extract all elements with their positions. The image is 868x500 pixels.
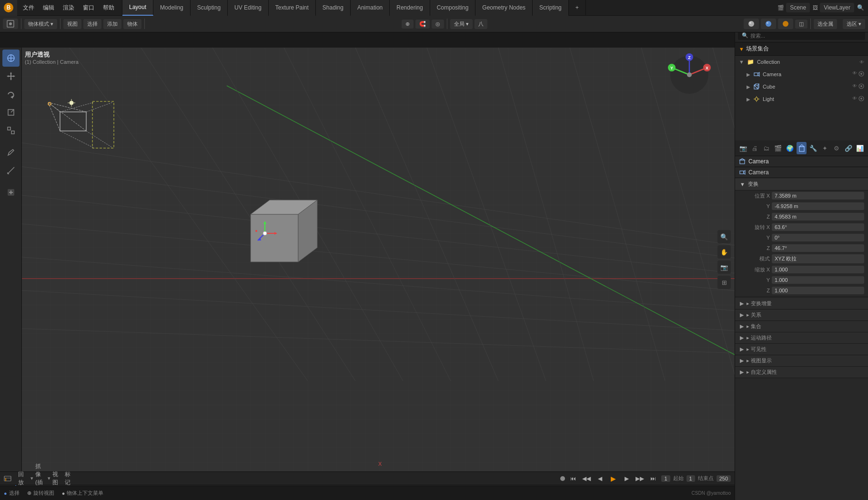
menu-edit[interactable]: 编辑 xyxy=(39,2,58,14)
tab-geometry-nodes[interactable]: Geometry Nodes xyxy=(475,0,533,16)
tab-animation[interactable]: Animation xyxy=(351,0,390,16)
props-world-tab[interactable]: 🌍 xyxy=(785,142,795,154)
props-constraints-tab[interactable]: 🔗 xyxy=(843,142,854,154)
tool-measure[interactable] xyxy=(2,162,20,179)
location-x-val[interactable]: 7.3589 m xyxy=(772,192,864,200)
blender-logo[interactable]: B xyxy=(0,0,17,16)
overlays-btn[interactable]: ◫ xyxy=(795,20,807,29)
proportional-btn[interactable]: ◎ xyxy=(432,20,444,29)
tab-sculpting[interactable]: Sculpting xyxy=(191,0,228,16)
tool-add-cube[interactable] xyxy=(2,184,20,201)
select-mode-btn[interactable]: 选区 ▾ xyxy=(843,19,865,29)
tool-move[interactable] xyxy=(2,68,20,85)
relations-section[interactable]: ▶ ▸ 关系 xyxy=(735,310,868,321)
outline-camera[interactable]: ▶ Camera 👁 xyxy=(735,68,868,80)
props-particles-tab[interactable]: ✦ xyxy=(820,142,830,154)
rotation-y-val[interactable]: 0° xyxy=(772,234,864,241)
props-render-tab[interactable]: 📷 xyxy=(738,142,748,154)
custom-props-section[interactable]: ▶ ▸ 自定义属性 xyxy=(735,367,868,378)
playback-label[interactable]: 回放 xyxy=(18,473,29,484)
select-all-btn[interactable]: 选全属 xyxy=(814,19,837,29)
jump-end-btn[interactable]: ⏭ xyxy=(648,473,658,484)
next-keyframe-btn[interactable]: ▶▶ xyxy=(635,473,645,484)
location-y-val[interactable]: -6.9258 m xyxy=(772,202,864,210)
outline-collection[interactable]: ▼ 📁 Collection 👁 xyxy=(735,56,868,68)
motion-path-section[interactable]: ▶ ▸ 运动路径 xyxy=(735,332,868,344)
play-btn[interactable]: ▶ xyxy=(608,473,618,484)
props-view-layer-tab[interactable]: 🗂 xyxy=(761,142,772,154)
delta-transform-section[interactable]: ▶ ▸ 变换增量 xyxy=(735,298,868,310)
tab-shading[interactable]: Shading xyxy=(316,0,351,16)
props-data-tab[interactable]: 📊 xyxy=(855,142,865,154)
object-menu-btn[interactable]: 物体 xyxy=(123,19,141,29)
camera-render-icon[interactable] xyxy=(858,70,864,78)
tab-uv-editing[interactable]: UV Editing xyxy=(228,0,269,16)
location-z-val[interactable]: 4.9583 m xyxy=(772,213,864,220)
tool-rotate[interactable] xyxy=(2,86,20,103)
select-menu-btn[interactable]: 选择 xyxy=(83,19,101,29)
mode-val[interactable]: XYZ 欧拉 xyxy=(772,254,864,263)
tool-scale[interactable] xyxy=(2,104,20,121)
transform-section-header[interactable]: ▼ 变换 xyxy=(735,178,868,190)
tool-annotate[interactable] xyxy=(2,144,20,161)
num-btn[interactable]: 八 xyxy=(474,19,487,29)
tab-compositing[interactable]: Compositing xyxy=(430,0,476,16)
viewport-3d[interactable]: 用户透视 (1) Collection | Camera X Y Z 🔍 ✋ 📷… xyxy=(22,48,735,471)
start-frame-box[interactable]: 1 xyxy=(686,475,695,482)
prev-keyframe-btn[interactable]: ◀◀ xyxy=(581,473,592,484)
outline-light[interactable]: ▶ Light 👁 xyxy=(735,93,868,105)
timeline-editor-icon[interactable] xyxy=(4,475,11,482)
outline-cube[interactable]: ▶ Cube 👁 xyxy=(735,80,868,93)
tab-layout[interactable]: Layout xyxy=(122,0,153,16)
cube-vis-icon[interactable]: 👁 xyxy=(852,83,857,90)
editor-type-btn[interactable] xyxy=(3,19,18,29)
menu-file[interactable]: 文件 xyxy=(19,2,38,14)
scene-selector[interactable]: Scene xyxy=(786,3,810,12)
jump-start-btn[interactable]: ⏮ xyxy=(568,473,578,484)
add-menu-btn[interactable]: 添加 xyxy=(103,19,121,29)
light-render-icon[interactable] xyxy=(858,96,864,102)
view-menu-btn[interactable]: 视图 xyxy=(63,19,81,29)
search-icon[interactable]: 🔍 xyxy=(857,4,864,11)
pan-icon[interactable]: ✋ xyxy=(717,245,731,259)
end-frame-box[interactable]: 250 xyxy=(717,475,731,482)
visibility-section[interactable]: ▶ ▸ 可见性 xyxy=(735,344,868,355)
camera-vis-icon[interactable]: 👁 xyxy=(852,70,857,78)
viewport-display-section[interactable]: ▶ ▸ 视图显示 xyxy=(735,355,868,367)
snap-btn[interactable]: 🧲 xyxy=(415,20,430,29)
tab-rendering[interactable]: Rendering xyxy=(390,0,430,16)
rotation-z-val[interactable]: 46.7° xyxy=(772,244,864,252)
tool-cursor[interactable] xyxy=(2,50,20,67)
lock-camera-icon[interactable]: ⊞ xyxy=(717,276,731,289)
transform-pivot-btn[interactable]: ⊕ xyxy=(402,20,414,29)
object-mode-btn[interactable]: 物体模式 ▾ xyxy=(24,19,57,29)
light-vis-icon[interactable]: 👁 xyxy=(852,96,857,102)
scale-x-val[interactable]: 1.000 xyxy=(772,266,864,273)
markers-btn[interactable]: 标记 xyxy=(65,473,75,484)
props-modifier-tab[interactable]: 🔧 xyxy=(808,142,818,154)
global-local-btn[interactable]: 全局▾ xyxy=(450,19,473,29)
scale-y-val[interactable]: 1.000 xyxy=(772,276,864,284)
outline-search-input[interactable] xyxy=(750,33,861,39)
cube-render-icon[interactable] xyxy=(858,83,864,90)
menu-window[interactable]: 窗口 xyxy=(79,2,98,14)
keyframe-indicator[interactable] xyxy=(560,476,565,481)
props-physics-tab[interactable]: ⚙ xyxy=(831,142,842,154)
tab-add[interactable]: + xyxy=(569,0,586,16)
next-frame-btn[interactable]: ▶ xyxy=(621,473,632,484)
camera-view-icon[interactable]: 📷 xyxy=(717,260,731,274)
props-scene-tab[interactable]: 🎬 xyxy=(773,142,784,154)
camera-label-btn[interactable]: 抓像(插帧) xyxy=(35,473,46,484)
menu-help[interactable]: 帮助 xyxy=(99,2,118,14)
rotation-x-val[interactable]: 63.6° xyxy=(772,223,864,231)
zoom-icon[interactable]: 🔍 xyxy=(717,230,731,243)
current-frame-box[interactable]: 1 xyxy=(661,475,670,482)
viewlayer-selector[interactable]: ViewLayer xyxy=(820,3,854,12)
viewport-shading-render[interactable] xyxy=(778,19,793,29)
prev-frame-btn[interactable]: ◀ xyxy=(595,473,605,484)
scale-z-val[interactable]: 1.000 xyxy=(772,287,864,294)
collection-visibility-icon[interactable]: 👁 xyxy=(859,60,864,65)
menu-render[interactable]: 渲染 xyxy=(59,2,78,14)
viewport-shading-material[interactable] xyxy=(761,19,776,29)
tool-transform[interactable] xyxy=(2,122,20,139)
